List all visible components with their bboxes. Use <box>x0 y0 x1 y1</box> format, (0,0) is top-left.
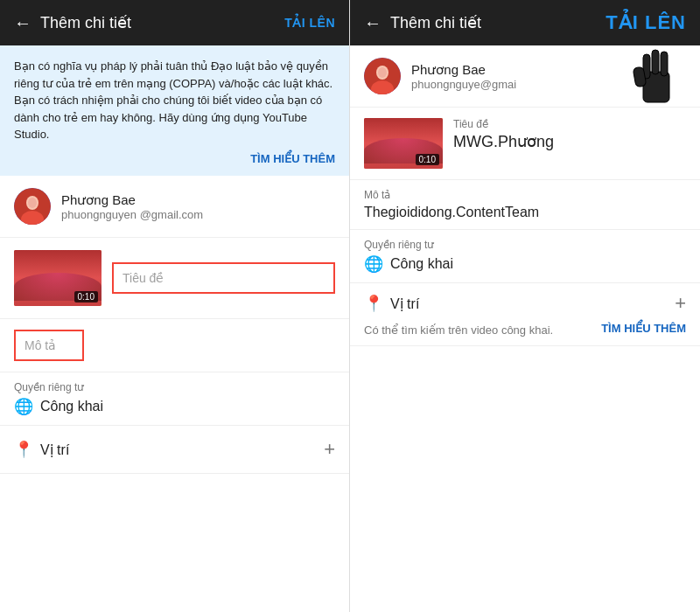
privacy-value-row-left: 🌐 Công khai <box>14 397 335 416</box>
video-duration-right: 0:10 <box>416 154 439 165</box>
learn-more-left[interactable]: TÌM HIỂU THÊM <box>14 150 335 168</box>
video-duration-left: 0:10 <box>74 291 98 303</box>
privacy-label-right: Quyền riêng tư <box>364 239 686 251</box>
avatar-right <box>364 58 401 94</box>
svg-rect-8 <box>643 72 669 102</box>
svg-rect-10 <box>652 50 659 74</box>
learn-more-right[interactable]: TÌM HIỂU THÊM <box>601 322 686 335</box>
location-note-right: Có thể tìm kiếm trên video công khai. <box>364 323 553 337</box>
desc-input-left[interactable]: Mô tả <box>14 330 84 361</box>
location-plus-left[interactable]: + <box>324 438 335 461</box>
video-title-row-left: 0:10 Tiêu đề <box>0 238 349 319</box>
location-row-right: 📍 Vị trí + <box>364 292 686 315</box>
title-input-left[interactable]: Tiêu đề <box>112 262 335 294</box>
user-info-right: Phương Bae phuongnguye@gmai <box>411 62 516 91</box>
right-header: ← Thêm chi tiết TẢI LÊN <box>350 0 700 45</box>
header-left: ← Thêm chi tiết <box>14 13 131 33</box>
right-header-title: Thêm chi tiết <box>390 13 481 32</box>
desc-label-right: Mô tả <box>364 189 686 201</box>
location-left-right: 📍 Vị trí <box>364 294 419 313</box>
left-header-title: Thêm chi tiết <box>40 13 131 32</box>
user-row-left: Phương Bae phuongnguyen @gmail.com <box>0 176 349 238</box>
title-section-right: Tiêu đề MWG.Phương <box>453 118 686 151</box>
pin-icon-left: 📍 <box>14 440 33 459</box>
privacy-value-right[interactable]: Công khai <box>390 256 453 272</box>
location-label-left: Vị trí <box>40 442 69 458</box>
video-thumb-left: 0:10 <box>14 250 102 306</box>
location-plus-right[interactable]: + <box>675 292 686 315</box>
privacy-section-right: Quyền riêng tư 🌐 Công khai <box>350 230 700 283</box>
coppa-box: Bạn có nghĩa vụ pháp lý phải tuân thủ Đạ… <box>0 45 349 176</box>
svg-point-3 <box>28 198 37 208</box>
right-content: Phương Bae phuongnguye@gmai <box>350 45 700 612</box>
user-info-left: Phương Bae phuongnguyen @gmail.com <box>61 192 203 221</box>
tai-len-button-left[interactable]: TẢI LÊN <box>284 16 335 30</box>
location-label-right: Vị trí <box>390 296 419 312</box>
title-label-right: Tiêu đề <box>453 118 686 130</box>
title-value-right[interactable]: MWG.Phương <box>453 132 686 151</box>
privacy-value-row-right: 🌐 Công khai <box>364 254 686 274</box>
back-arrow-left[interactable]: ← <box>14 13 32 33</box>
svg-rect-12 <box>633 66 647 87</box>
globe-icon-left: 🌐 <box>14 397 33 416</box>
coppa-text: Bạn có nghĩa vụ pháp lý phải tuân thủ Đạ… <box>14 59 332 141</box>
desc-value-right[interactable]: Thegioididong.ContentTeam <box>364 205 686 220</box>
left-content: Bạn có nghĩa vụ pháp lý phải tuân thủ Đạ… <box>0 45 349 612</box>
left-panel: ← Thêm chi tiết TẢI LÊN Bạn có nghĩa vụ … <box>0 0 350 612</box>
video-thumb-right: 0:10 <box>364 118 443 169</box>
cursor-hand-icon <box>626 45 687 115</box>
desc-section-right: Mô tả Thegioididong.ContentTeam <box>350 180 700 230</box>
right-panel: ← Thêm chi tiết TẢI LÊN Phương Bae phuon… <box>350 0 700 612</box>
location-row-left: 📍 Vị trí + <box>0 426 349 474</box>
privacy-section-left: Quyền riêng tư 🌐 Công khai <box>0 372 349 426</box>
user-row-right: Phương Bae phuongnguye@gmai <box>350 45 700 108</box>
location-left-group: 📍 Vị trí <box>14 440 69 459</box>
left-header: ← Thêm chi tiết TẢI LÊN <box>0 0 349 45</box>
pin-icon-right: 📍 <box>364 294 383 313</box>
user-name-left: Phương Bae <box>61 192 203 208</box>
location-section-right: 📍 Vị trí + Có thể tìm kiếm trên video cô… <box>350 283 700 346</box>
svg-rect-9 <box>643 54 650 79</box>
privacy-value-left: Công khai <box>40 399 103 414</box>
user-name-right: Phương Bae <box>411 62 516 78</box>
svg-point-7 <box>378 67 387 78</box>
desc-placeholder-left: Mô tả <box>24 338 56 352</box>
video-detail-row-right: 0:10 Tiêu đề MWG.Phương <box>350 108 700 180</box>
privacy-label-left: Quyền riêng tư <box>14 381 335 393</box>
title-placeholder-left: Tiêu đề <box>122 271 164 285</box>
avatar-left <box>14 188 51 225</box>
tai-len-button-right[interactable]: TẢI LÊN <box>606 11 686 34</box>
back-arrow-right[interactable]: ← <box>364 13 382 33</box>
user-email-right: phuongnguye@gmai <box>411 78 516 91</box>
right-header-left: ← Thêm chi tiết <box>364 13 481 33</box>
desc-section-left: Mô tả <box>0 319 349 372</box>
globe-icon-right: 🌐 <box>364 254 383 274</box>
user-email-left: phuongnguyen @gmail.com <box>61 208 203 221</box>
svg-rect-11 <box>661 52 668 76</box>
